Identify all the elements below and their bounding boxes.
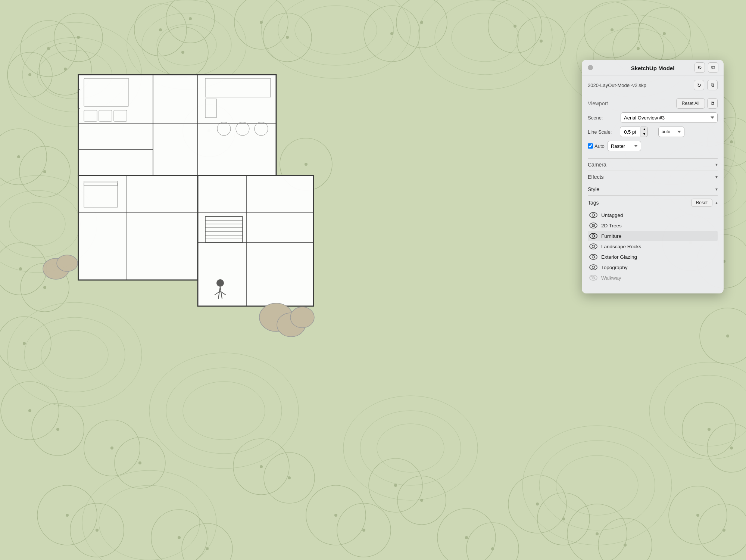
line-scale-down[interactable]: ▼ xyxy=(641,132,647,137)
tag-item-landscape-rocks[interactable]: Landscape Rocks xyxy=(588,241,718,252)
svg-point-58 xyxy=(396,0,447,48)
svg-point-112 xyxy=(624,544,627,547)
svg-point-6 xyxy=(261,0,411,78)
svg-point-120 xyxy=(707,424,746,472)
line-scale-up[interactable]: ▲ xyxy=(641,127,647,132)
sync-model-button[interactable]: ↻ xyxy=(694,80,704,90)
svg-point-17 xyxy=(9,202,65,246)
svg-point-35 xyxy=(82,470,216,560)
svg-rect-144 xyxy=(78,175,198,280)
panel-title: SketchUp Model xyxy=(631,65,675,71)
viewport-row: Viewport Reset All ⧉ xyxy=(588,98,718,109)
tags-reset-button[interactable]: Reset xyxy=(691,199,712,207)
svg-point-107 xyxy=(465,536,468,539)
svg-point-76 xyxy=(19,146,70,197)
render-mode-select[interactable]: Raster Vector Hybrid xyxy=(608,141,641,151)
svg-rect-168 xyxy=(99,110,112,121)
svg-rect-175 xyxy=(84,183,118,207)
svg-point-39 xyxy=(21,21,77,77)
svg-point-100 xyxy=(206,547,209,550)
line-scale-input[interactable] xyxy=(620,127,640,137)
svg-point-96 xyxy=(96,529,99,532)
panel-body: 2020-LayOut-Model-v2.skp ↻ ⧉ Viewport Re… xyxy=(582,75,724,287)
sketchup-model-panel: SketchUp Model ↻ ⧉ 2020-LayOut-Model-v2.… xyxy=(582,60,724,293)
svg-point-110 xyxy=(598,518,652,560)
svg-point-44 xyxy=(77,36,80,39)
svg-point-21 xyxy=(7,302,142,407)
svg-point-133 xyxy=(394,484,397,487)
svg-point-182 xyxy=(216,279,224,287)
tag-item-furniture[interactable]: Furniture xyxy=(588,231,718,241)
eye-icon-untagged xyxy=(589,212,597,218)
svg-point-102 xyxy=(337,503,391,557)
scene-select[interactable]: Aerial Overview #3 Aerial Overview #1 Ae… xyxy=(621,112,718,123)
svg-rect-170 xyxy=(205,78,271,97)
svg-point-122 xyxy=(730,447,733,449)
reset-all-button[interactable]: Reset All xyxy=(676,98,705,109)
link-button[interactable]: ⧉ xyxy=(708,62,718,73)
svg-point-131 xyxy=(369,458,422,512)
auto-scale-select[interactable]: auto 1x 2x xyxy=(658,127,684,137)
copy-model-button[interactable]: ⧉ xyxy=(707,80,718,90)
svg-point-115 xyxy=(696,514,699,517)
svg-point-46 xyxy=(28,73,31,76)
tag-item-topography[interactable]: Topography xyxy=(588,262,718,273)
svg-point-67 xyxy=(638,7,690,60)
svg-point-55 xyxy=(260,21,263,24)
svg-point-59 xyxy=(390,32,393,35)
eye-icon-topography xyxy=(589,264,597,270)
tag-item-walkway[interactable]: Walkway xyxy=(588,273,718,283)
svg-point-68 xyxy=(611,28,614,31)
svg-point-28 xyxy=(360,411,461,485)
tag-item-exterior-glazing[interactable]: Exterior Glazing xyxy=(588,252,718,262)
svg-point-23 xyxy=(41,330,108,379)
tags-collapse-icon[interactable]: ▴ xyxy=(715,200,718,205)
eye-icon-furniture xyxy=(589,233,597,239)
svg-point-16 xyxy=(0,190,80,258)
svg-point-89 xyxy=(84,420,140,476)
svg-point-27 xyxy=(343,396,478,500)
tag-label-topography: Topography xyxy=(601,265,628,270)
style-section[interactable]: Style ▾ xyxy=(588,183,718,195)
svg-point-30 xyxy=(522,426,672,545)
svg-point-196 xyxy=(592,256,595,258)
eye-icon-landscape-rocks xyxy=(589,243,597,249)
tag-item-2d-trees[interactable]: 2D Trees xyxy=(588,220,718,231)
svg-point-190 xyxy=(592,224,595,227)
svg-point-61 xyxy=(488,0,542,53)
auto-checkbox[interactable] xyxy=(588,143,593,149)
line-scale-arrows: ▲ ▼ xyxy=(641,127,648,137)
svg-point-31 xyxy=(539,441,655,530)
panel-dot xyxy=(588,65,593,70)
svg-point-136 xyxy=(537,493,590,545)
svg-point-42 xyxy=(7,52,52,97)
tags-label: Tags xyxy=(588,200,599,206)
tag-item-untagged[interactable]: Untagged xyxy=(588,210,718,220)
divider-1 xyxy=(588,95,718,95)
svg-point-24 xyxy=(149,353,299,469)
svg-point-74 xyxy=(730,140,733,143)
svg-point-121 xyxy=(708,428,711,431)
refresh-button[interactable]: ↻ xyxy=(695,62,705,73)
svg-point-92 xyxy=(138,461,141,464)
effects-section[interactable]: Effects ▾ xyxy=(588,171,718,183)
svg-point-178 xyxy=(57,255,78,271)
svg-point-177 xyxy=(43,258,69,279)
tag-label-exterior-glazing: Exterior Glazing xyxy=(601,254,637,260)
camera-section[interactable]: Camera ▾ xyxy=(588,158,718,171)
file-name: 2020-LayOut-Model-v2.skp xyxy=(588,83,646,88)
svg-point-33 xyxy=(649,362,746,459)
svg-point-25 xyxy=(166,368,282,454)
svg-point-22 xyxy=(24,317,125,392)
svg-point-3 xyxy=(127,0,246,90)
camera-chevron: ▾ xyxy=(715,162,718,167)
effects-chevron: ▾ xyxy=(715,174,718,180)
line-scale-label: Line Scale: xyxy=(588,129,618,135)
svg-point-87 xyxy=(28,409,31,412)
svg-rect-176 xyxy=(84,181,118,186)
copy-viewport-button[interactable]: ⧉ xyxy=(707,98,718,109)
auto-label: Auto xyxy=(594,143,605,149)
svg-point-197 xyxy=(590,265,597,270)
svg-point-86 xyxy=(32,403,84,455)
svg-point-106 xyxy=(466,523,519,560)
